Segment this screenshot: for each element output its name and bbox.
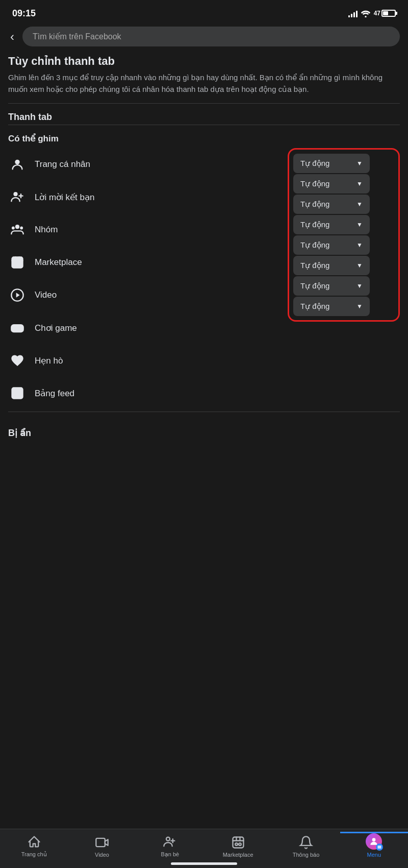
dropdown-nhom[interactable]: Tự động ▼ (293, 195, 370, 214)
chevron-down-icon: ▼ (356, 221, 363, 228)
svg-point-9 (14, 263, 17, 266)
page-title: Tùy chỉnh thanh tab (8, 55, 400, 68)
marketplace-nav-icon (231, 835, 245, 850)
svg-point-6 (12, 227, 15, 230)
nav-item-marketplace[interactable]: Marketplace (204, 835, 272, 858)
nav-item-video[interactable]: Video (68, 835, 136, 858)
friends-request-icon (8, 188, 27, 206)
chevron-down-icon: ▼ (356, 242, 363, 249)
divider-3 (8, 412, 400, 412)
search-bar-row: ‹ Tìm kiếm trên Facebook (0, 25, 408, 53)
list-item: Bảng feed (8, 377, 284, 409)
nav-label-thong-bao: Thông báo (293, 852, 320, 858)
nav-label-video: Video (95, 852, 109, 858)
svg-rect-22 (96, 838, 105, 847)
dropdown-loi-moi-ket-ban[interactable]: Tự động ▼ (293, 174, 370, 194)
search-input[interactable]: Tìm kiếm trên Facebook (22, 27, 400, 46)
chevron-down-icon: ▼ (356, 160, 363, 167)
svg-point-29 (239, 843, 241, 846)
groups-icon (8, 221, 27, 239)
battery-level: 47 (374, 10, 380, 17)
home-indicator (171, 862, 237, 865)
status-bar: 09:15 47 (0, 0, 408, 25)
nav-label-menu: Menu (367, 852, 381, 858)
svg-marker-12 (16, 293, 20, 297)
dropdown-video[interactable]: Tự động ▼ (293, 235, 370, 255)
video-nav-icon (95, 835, 109, 850)
svg-marker-23 (105, 839, 108, 846)
dropdown-hen-ho[interactable]: Tự động ▼ (293, 276, 370, 296)
tab-bar-label: Thanh tab (8, 112, 400, 123)
dropdown-trang-ca-nhan[interactable]: Tự động ▼ (293, 154, 370, 173)
home-icon (27, 835, 41, 849)
game-icon (8, 319, 27, 337)
nav-item-ban-be[interactable]: Bạn bè (136, 835, 204, 858)
chevron-down-icon: ▼ (356, 303, 363, 310)
item-label-trang-ca-nhan: Trang cá nhân (35, 159, 90, 170)
dating-icon (8, 351, 27, 370)
divider-1 (8, 103, 400, 104)
svg-point-17 (20, 328, 21, 329)
marketplace-icon (8, 253, 27, 272)
list-item: Trang cá nhân (8, 148, 284, 181)
friends-nav-icon (163, 835, 177, 849)
hidden-section-label: Bị ẩn (8, 420, 400, 443)
svg-rect-8 (12, 257, 23, 268)
dropdown-bang-feed[interactable]: Tự động ▼ (293, 297, 370, 316)
dropdown-choi-game[interactable]: Tự động ▼ (293, 256, 370, 275)
list-item: Hẹn hò (8, 344, 284, 377)
item-label-loi-moi-ket-ban: Lời mời kết bạn (35, 192, 94, 203)
svg-point-24 (166, 837, 170, 841)
list-item: Nhóm (8, 213, 284, 246)
wifi-icon (361, 9, 371, 17)
svg-point-30 (372, 838, 376, 841)
svg-point-0 (365, 16, 366, 17)
nav-item-trang-chu[interactable]: Trang chủ (0, 835, 68, 858)
search-placeholder: Tìm kiếm trên Facebook (33, 32, 121, 41)
svg-rect-27 (233, 837, 243, 848)
battery-indicator: 47 (374, 10, 396, 17)
page-description: Ghim lên đến 3 mục để truy cập nhanh vào… (8, 72, 400, 95)
svg-point-10 (18, 263, 20, 266)
svg-point-28 (235, 843, 238, 846)
chevron-down-icon: ▼ (356, 282, 363, 290)
list-item: Lời mời kết bạn (8, 181, 284, 213)
item-label-video: Video (35, 290, 57, 300)
dropdown-marketplace[interactable]: Tự động ▼ (293, 215, 370, 234)
chevron-down-icon: ▼ (356, 262, 363, 269)
divider-2 (8, 125, 400, 125)
item-label-nhom: Nhóm (35, 225, 58, 235)
chevron-down-icon: ▼ (356, 201, 363, 208)
chevron-down-icon: ▼ (356, 180, 363, 187)
list-item: Video (8, 279, 284, 311)
dropdown-highlight-box: Tự động ▼ Tự động ▼ Tự động ▼ Tự động ▼ … (288, 148, 400, 322)
items-left-column: Trang cá nhân Lời mời kết bạn (8, 148, 284, 409)
nav-item-menu[interactable]: Menu (340, 833, 408, 858)
nav-label-trang-chu: Trang chủ (21, 851, 47, 858)
item-label-choi-game: Chơi game (35, 323, 77, 333)
list-item: Marketplace (8, 246, 284, 279)
back-button[interactable]: ‹ (8, 28, 16, 46)
item-label-bang-feed: Bảng feed (35, 388, 74, 399)
nav-label-marketplace: Marketplace (223, 852, 253, 858)
signal-icon (348, 9, 358, 17)
item-label-hen-ho: Hẹn hò (35, 355, 63, 366)
item-label-marketplace: Marketplace (35, 257, 82, 268)
status-icons: 47 (348, 9, 396, 17)
main-content: Tùy chỉnh thanh tab Ghim lên đến 3 mục đ… (0, 55, 408, 443)
bell-icon (299, 835, 313, 850)
nav-label-ban-be: Bạn bè (161, 851, 179, 858)
nav-item-thong-bao[interactable]: Thông báo (272, 835, 340, 858)
avatar (366, 833, 382, 850)
pinnable-items-container: Trang cá nhân Lời mời kết bạn (8, 148, 400, 409)
video-icon (8, 286, 27, 304)
status-time: 09:15 (12, 8, 36, 19)
menu-badge (376, 843, 383, 851)
svg-point-1 (15, 160, 19, 164)
profile-icon (8, 155, 27, 174)
battery-icon (381, 10, 396, 17)
svg-point-7 (20, 227, 23, 230)
active-tab-indicator (340, 832, 408, 833)
feed-icon (8, 384, 27, 402)
pinnable-section-label: Có thể ghim (8, 133, 400, 144)
